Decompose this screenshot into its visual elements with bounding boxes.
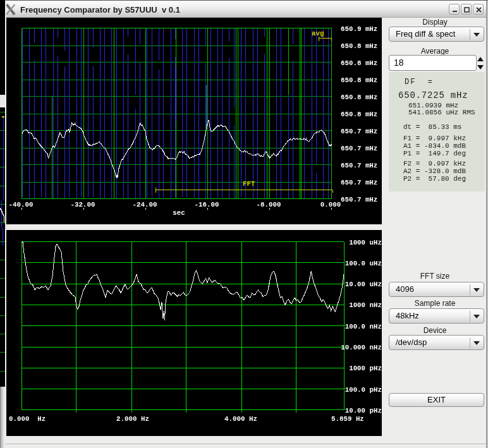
svg-text:2.000 Hz: 2.000 Hz bbox=[116, 415, 149, 423]
svg-text:0.000: 0.000 bbox=[320, 201, 341, 209]
svg-text:100.0 uHz: 100.0 uHz bbox=[345, 260, 382, 267]
svg-text:650.7 mHz: 650.7 mHz bbox=[341, 179, 377, 186]
svg-text:100.0 nHz: 100.0 nHz bbox=[345, 323, 382, 330]
svg-text:650.8 mHz: 650.8 mHz bbox=[341, 59, 377, 67]
svg-text:-16.00: -16.00 bbox=[195, 201, 219, 209]
svg-text:650.9 mHz: 650.9 mHz bbox=[341, 25, 377, 33]
svg-text:1000 uHz: 1000 uHz bbox=[349, 239, 382, 246]
svg-text:10.00 pHz: 10.00 pHz bbox=[345, 407, 382, 415]
svg-text:DF =: DF = bbox=[405, 78, 434, 87]
svg-text:A1 = -834.0 mdB: A1 = -834.0 mdB bbox=[403, 142, 466, 150]
svg-text:10.000 nHz: 10.000 nHz bbox=[341, 344, 382, 351]
svg-text:P2 = 57.80 deg: P2 = 57.80 deg bbox=[403, 175, 466, 183]
svg-text:0.000 Hz: 0.000 Hz bbox=[9, 415, 46, 423]
svg-text:FFT: FFT bbox=[243, 180, 255, 188]
svg-text:4.000 Hz: 4.000 Hz bbox=[224, 415, 257, 423]
svg-text:1000 pHz: 1000 pHz bbox=[349, 365, 382, 372]
svg-text:dt = 85.33 ms: dt = 85.33 ms bbox=[403, 123, 461, 131]
svg-text:-40.00: -40.00 bbox=[9, 201, 34, 209]
svg-text:650.7225 mHz: 650.7225 mHz bbox=[398, 90, 468, 100]
svg-text:650.8 mHz: 650.8 mHz bbox=[341, 111, 377, 118]
svg-text:-32.00: -32.00 bbox=[71, 201, 95, 209]
svg-text:5.859 Hz: 5.859 Hz bbox=[331, 415, 364, 423]
svg-text:1000 nHz: 1000 nHz bbox=[349, 301, 382, 309]
svg-text:F1 = 9.997 kHz: F1 = 9.997 kHz bbox=[403, 135, 466, 142]
svg-text:-8.000: -8.000 bbox=[257, 201, 281, 209]
svg-text:avg: avg bbox=[312, 30, 324, 37]
svg-text:541.0856 uHz RMS: 541.0856 uHz RMS bbox=[408, 109, 475, 116]
svg-text:10.00 uHz: 10.00 uHz bbox=[345, 281, 382, 288]
svg-text:sec: sec bbox=[173, 209, 185, 217]
svg-text:650.7 mHz: 650.7 mHz bbox=[341, 196, 377, 203]
svg-text:650.8 mHz: 650.8 mHz bbox=[341, 76, 377, 84]
svg-text:650.7 mHz: 650.7 mHz bbox=[341, 162, 377, 169]
svg-text:P1 = 149.7 deg: P1 = 149.7 deg bbox=[403, 150, 466, 157]
svg-text:-24.00: -24.00 bbox=[133, 201, 157, 209]
svg-text:100.0 pHz: 100.0 pHz bbox=[345, 386, 382, 394]
svg-text:A2 = -328.0 mdB: A2 = -328.0 mdB bbox=[403, 167, 466, 175]
svg-text:650.7 mHz: 650.7 mHz bbox=[341, 128, 377, 135]
svg-text:650.8 mHz: 650.8 mHz bbox=[341, 42, 377, 50]
svg-text:F2 = 9.997 kHz: F2 = 9.997 kHz bbox=[403, 160, 466, 167]
svg-text:650.7 mHz: 650.7 mHz bbox=[341, 145, 377, 152]
svg-text:650.8 mHz: 650.8 mHz bbox=[341, 94, 377, 101]
